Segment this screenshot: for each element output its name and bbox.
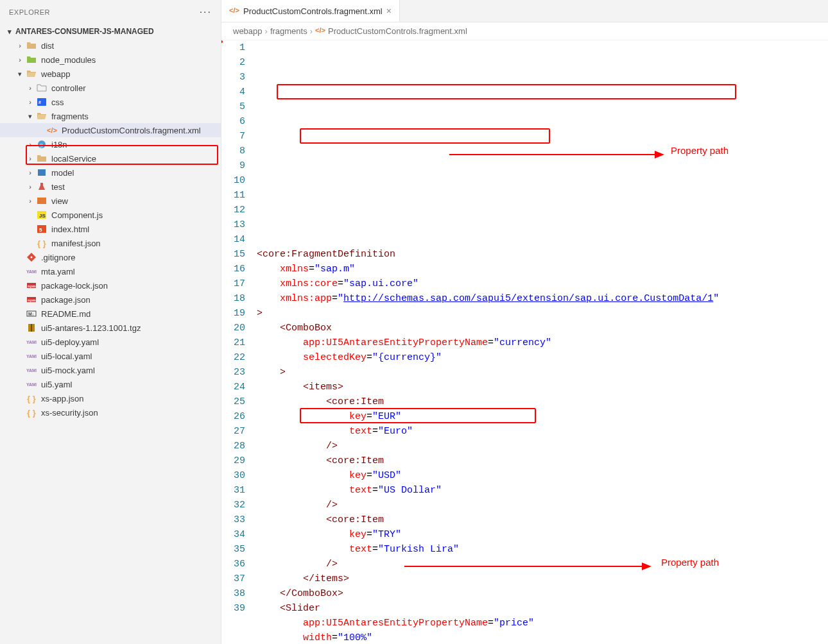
code-line[interactable]: key="TRY" xyxy=(257,527,828,542)
tree-item-ui5-deploy-yaml[interactable]: ·YAMLui5-deploy.yaml xyxy=(0,335,221,349)
tree-item-controller[interactable]: ›controller xyxy=(0,81,221,95)
code-content[interactable]: Property path Property path <core:Fragme… xyxy=(257,40,828,644)
tree-item-mta-yaml[interactable]: ·YAMLmta.yaml xyxy=(0,264,221,278)
code-line[interactable]: key="EUR" xyxy=(257,409,828,424)
code-line[interactable]: <ComboBox xyxy=(257,321,828,335)
line-number: 26 xyxy=(221,409,245,424)
tree-item-fragments[interactable]: ▾fragments xyxy=(0,109,221,123)
code-line[interactable]: <core:Item xyxy=(257,513,828,527)
tree-item-manifest-json[interactable]: ·{ }manifest.json xyxy=(0,236,221,250)
close-icon[interactable]: × xyxy=(386,6,392,16)
code-line[interactable]: xmlns:app="http://schemas.sap.com/sapui5… xyxy=(257,291,828,306)
line-number: 31 xyxy=(221,483,245,498)
tree-item-label: test xyxy=(51,182,65,192)
editor-area: </> ProductCustomControls.fragment.xml ×… xyxy=(221,0,828,644)
code-line[interactable]: xmlns:core="sap.ui.core" xyxy=(257,276,828,291)
code-line[interactable]: xmlns="sap.m" xyxy=(257,262,828,276)
folder-open-icon xyxy=(26,69,37,79)
code-line[interactable]: > xyxy=(257,365,828,380)
breadcrumb-seg[interactable]: fragments xyxy=(270,26,307,36)
chevron-right-icon: › xyxy=(26,155,35,162)
tree-item-dist[interactable]: ›dist xyxy=(0,38,221,53)
i18n-icon: g xyxy=(36,139,47,149)
code-line[interactable]: selectedKey="{currency}" xyxy=(257,350,828,365)
line-number: 29 xyxy=(221,453,245,468)
code-line[interactable]: <Slider xyxy=(257,601,828,616)
code-line[interactable]: text="Turkish Lira" xyxy=(257,542,828,557)
line-number: 2 xyxy=(221,55,245,70)
tree-item-label: localService xyxy=(51,154,96,164)
code-line[interactable]: <core:Item xyxy=(257,453,828,468)
folder-open-icon xyxy=(36,111,47,121)
chevron-right-icon: › xyxy=(26,197,35,205)
svg-text:JS: JS xyxy=(39,213,46,219)
tree-item-view[interactable]: ›view xyxy=(0,194,221,208)
highlight-xmlns-app xyxy=(277,84,736,99)
code-line[interactable]: </ComboBox> xyxy=(257,586,828,601)
tree-item-label: package-lock.json xyxy=(41,281,108,291)
tree-item-localservice[interactable]: ›localService xyxy=(0,151,221,165)
tree-item-label: i18n xyxy=(51,140,67,149)
chevron-right-icon: › xyxy=(15,42,24,49)
chevron-right-icon: › xyxy=(26,84,35,92)
breadcrumb-seg[interactable]: webapp xyxy=(233,26,263,36)
code-line[interactable]: key="USD" xyxy=(257,468,828,483)
highlight-currency-attr xyxy=(300,128,550,144)
tree-item-xs-security-json[interactable]: ·{ }xs-security.json xyxy=(0,405,221,419)
tree-item-test[interactable]: ›test xyxy=(0,180,221,194)
code-line[interactable]: </items> xyxy=(257,572,828,586)
git-icon xyxy=(26,252,37,262)
tree-item-component-js[interactable]: ·JSComponent.js xyxy=(0,208,221,222)
tree-item-model[interactable]: ›model xyxy=(0,165,221,180)
yaml-icon: YAML xyxy=(26,266,37,276)
xml-icon: </> xyxy=(46,125,58,135)
code-line[interactable]: <core:Item xyxy=(257,394,828,409)
code-line[interactable]: app:UI5AntaresEntityPropertyName="price" xyxy=(257,616,828,631)
tree-item-ui5-antares-1-123-1001-tgz[interactable]: ·ui5-antares-1.123.1001.tgz xyxy=(0,321,221,335)
line-number: 32 xyxy=(221,498,245,513)
tree-item-readme-md[interactable]: ·M↓README.md xyxy=(0,307,221,321)
code-line[interactable]: text="Euro" xyxy=(257,424,828,439)
tree-item-package-json[interactable]: ·npmpackage.json xyxy=(0,292,221,307)
tab-active[interactable]: </> ProductCustomControls.fragment.xml × xyxy=(221,0,400,22)
code-line[interactable]: > xyxy=(257,306,828,321)
tree-item-node-modules[interactable]: ›node_modules xyxy=(0,53,221,67)
code-editor[interactable]: 1234567891011121314151617181920212223242… xyxy=(221,40,828,644)
html-icon: 5 xyxy=(36,224,47,234)
tree-item-label: webapp xyxy=(41,69,71,79)
tree-item-index-html[interactable]: ·5index.html xyxy=(0,222,221,236)
tree-item-label: xs-app.json xyxy=(41,394,83,403)
line-number: 35 xyxy=(221,542,245,557)
annotation-property-path-2: Property path xyxy=(661,555,719,570)
code-line[interactable]: text="US Dollar" xyxy=(257,483,828,498)
npm-icon: npm xyxy=(26,280,37,291)
tree-item-css[interactable]: ›#css xyxy=(0,95,221,109)
line-number: 12 xyxy=(221,203,245,217)
code-line[interactable]: /> xyxy=(257,498,828,513)
folder-icon xyxy=(36,153,47,164)
project-root[interactable]: ▾ ANTARES-CONSUMER-JS-MANAGED xyxy=(0,24,221,38)
tree-item-xs-app-json[interactable]: ·{ }xs-app.json xyxy=(0,391,221,405)
tree-item-label: xs-security.json xyxy=(41,408,98,418)
tree-item-ui5-mock-yaml[interactable]: ·YAMLui5-mock.yaml xyxy=(0,363,221,377)
tree-item-productcustomcontrols-fragment-xml[interactable]: ·</>ProductCustomControls.fragment.xml xyxy=(0,123,221,137)
tree-item-label: view xyxy=(51,196,68,206)
tree-item-package-lock-json[interactable]: ·npmpackage-lock.json xyxy=(0,278,221,292)
tree-item--gitignore[interactable]: ·.gitignore xyxy=(0,250,221,264)
code-line[interactable]: app:UI5AntaresEntityPropertyName="curren… xyxy=(257,335,828,350)
code-line[interactable]: /> xyxy=(257,439,828,453)
code-line[interactable]: <items> xyxy=(257,380,828,394)
tree-item-ui5-local-yaml[interactable]: ·YAMLui5-local.yaml xyxy=(0,349,221,363)
breadcrumb-seg[interactable]: ProductCustomControls.fragment.xml xyxy=(328,26,467,36)
tree-item-i18n[interactable]: ›gi18n xyxy=(0,137,221,151)
tree-item-ui5-yaml[interactable]: ·YAMLui5.yaml xyxy=(0,377,221,391)
svg-text:</>: </> xyxy=(315,26,325,34)
line-number: 36 xyxy=(221,557,245,572)
tree-item-webapp[interactable]: ▾webapp xyxy=(0,67,221,81)
svg-text:{ }: { } xyxy=(37,239,46,248)
code-line[interactable]: /> xyxy=(257,557,828,572)
line-number: 19 xyxy=(221,306,245,321)
more-actions-icon[interactable]: ··· xyxy=(200,6,212,18)
code-line[interactable]: width="100%" xyxy=(257,631,828,644)
code-line[interactable]: <core:FragmentDefinition xyxy=(257,247,828,262)
